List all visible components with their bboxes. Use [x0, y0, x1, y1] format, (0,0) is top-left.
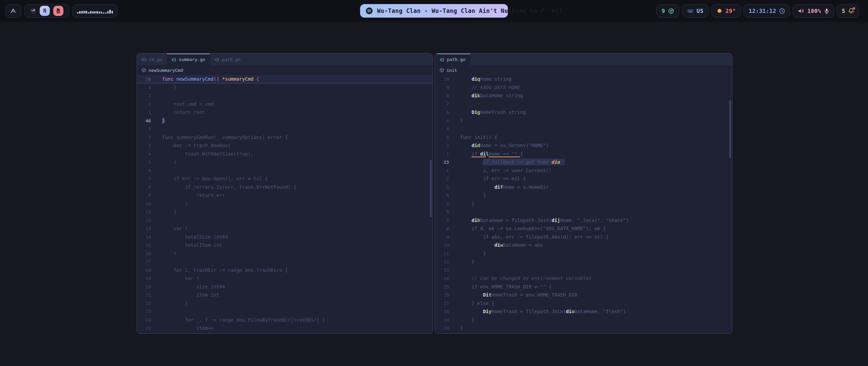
keyboard-layout-widget[interactable]: US — [682, 4, 709, 18]
scrollbar-right[interactable] — [729, 100, 731, 158]
line-number: 8 — [137, 183, 151, 192]
visualizer-bar — [107, 11, 108, 14]
code-line: 1 return root — [137, 108, 433, 117]
code-line: 3 — [137, 92, 433, 100]
arrow-up-icon — [10, 7, 17, 14]
visualizer-bar — [112, 11, 113, 14]
code-line: 10 diqHome string — [435, 75, 732, 83]
tab-path-go[interactable]: path.go — [210, 54, 245, 65]
editor-window-left: rm.go summary.go path.go — [137, 53, 433, 334]
code-line: 24 for _, f := range box.FilesByTrashDir… — [137, 316, 433, 324]
line-number: 13 — [137, 225, 151, 233]
code-line: 17 — [137, 258, 433, 266]
visualizer-bar — [90, 11, 91, 14]
code-line: 13 var ( — [137, 224, 433, 233]
scrollbar-left[interactable] — [430, 160, 432, 217]
tab-summary-go[interactable]: summary.go — [167, 54, 210, 65]
line-number: 24 — [137, 316, 151, 325]
visualizer-bar — [77, 12, 78, 14]
code-line: 21 item int — [137, 291, 433, 299]
code-line: 17 } else { — [435, 299, 732, 308]
line-number: 3 — [137, 142, 151, 150]
line-number: 26 — [137, 75, 151, 84]
now-playing-widget[interactable]: Wu-Tang Clan - Wu-Tang Clan Ain't Nuthin… — [360, 4, 508, 18]
code-line: 16 ) — [137, 249, 433, 258]
launcher-button[interactable] — [5, 4, 21, 18]
status-group: 9 US — [656, 0, 859, 22]
go-file-icon — [142, 57, 146, 62]
visualizer-bar — [92, 11, 94, 14]
volume-level: 100% — [807, 8, 821, 14]
code-line: 20} — [435, 324, 732, 332]
microphone-icon — [824, 8, 829, 14]
notifications-widget[interactable]: 5 — [837, 4, 859, 18]
visualizer-bar — [85, 11, 87, 14]
line-number: 16 — [137, 250, 151, 258]
line-number: 12 — [137, 216, 151, 225]
line-number: 14 — [137, 233, 151, 242]
line-number: 1 — [435, 167, 449, 175]
line-number: 18 — [435, 308, 449, 316]
line-number: 5 — [137, 158, 151, 167]
line-number: 20 — [137, 283, 151, 291]
visualizer-bar — [83, 11, 85, 14]
line-number: 46 — [137, 117, 151, 125]
line-number: 11 — [137, 208, 151, 217]
symbol-cube-icon — [439, 68, 444, 73]
code-line: 25 item++ — [137, 324, 433, 332]
code-line: 19 } — [435, 316, 732, 324]
tab-bar-right: path.go — [435, 54, 732, 65]
code-line: 4 } — [435, 191, 732, 200]
line-number: 11 — [435, 250, 449, 258]
line-number: 10 — [435, 241, 449, 250]
code-line: 13 — [435, 266, 732, 274]
audio-visualizer — [73, 4, 117, 18]
code-line: 1 if dilHome == "" { — [435, 150, 732, 158]
code-line: 19 var ( — [137, 274, 433, 283]
go-file-icon — [172, 57, 176, 62]
line-number: 17 — [137, 258, 151, 266]
clock-widget[interactable]: 12:31:12 — [744, 4, 790, 18]
tab-rm-go[interactable]: rm.go — [137, 54, 167, 65]
code-line: 2func summaryCmdRun(_ summaryOptions) er… — [137, 133, 433, 142]
top-bar: N Wu-Tang Clan - Wu-Tang Clan Ain't Nuth… — [0, 0, 868, 22]
visualizer-bar — [96, 11, 98, 14]
code-line: 2 if err == nil { — [435, 175, 732, 183]
code-line: 3func init() { — [435, 133, 732, 142]
clock-icon — [779, 8, 785, 14]
code-line: 4 trash.WithGetSize(true), — [137, 150, 433, 158]
breadcrumb: init — [435, 65, 732, 75]
line-number: 19 — [137, 274, 151, 283]
visualizer-bar — [94, 11, 96, 14]
audio-widget[interactable]: 100% — [793, 4, 834, 18]
neovim-icon[interactable]: N — [40, 6, 50, 16]
breadcrumb-symbol: init — [447, 68, 457, 73]
code-line: 9 if abs, err := filepath.Abs(d); err ==… — [435, 233, 732, 241]
line-number: 8 — [435, 92, 449, 100]
code-line: 8 dikDataHome string — [435, 92, 732, 100]
code-line: 2 didHome = os.Getenv("HOME") — [435, 141, 732, 150]
code-line: 7 if err := box.Open(); err ≠ nil { — [137, 175, 433, 183]
weather-widget[interactable]: 29° — [711, 4, 741, 18]
document-icon[interactable] — [53, 6, 63, 16]
code-line: 8 if !errors.Is(err, trash.ErrNotFound) … — [137, 183, 433, 191]
updates-widget[interactable]: 9 — [656, 4, 679, 18]
code-line: 12 } — [435, 258, 732, 266]
line-number: 7 — [435, 217, 449, 225]
visualizer-bar — [99, 12, 100, 14]
tab-path-go[interactable]: path.go — [435, 54, 470, 65]
line-number: 13 — [435, 266, 449, 274]
code-area-right[interactable]: 10 diqHome string9 // $XDG_DATA_HOME8 di… — [435, 75, 732, 332]
notification-dot — [853, 7, 855, 9]
line-number: 5 — [435, 117, 449, 125]
code-area-left[interactable]: 26func newSummaryCmd() *summaryCmd {4 }3… — [137, 75, 433, 332]
editor-window-right: path.go init 10 diqHome string9 // $XDG_… — [435, 53, 732, 334]
line-number: 1 — [137, 108, 151, 117]
code-line: 11 } — [137, 208, 433, 216]
browser-globe-icon[interactable] — [30, 8, 36, 14]
line-number: 2 — [137, 100, 151, 109]
code-line: 5 } — [435, 200, 732, 208]
code-line: 15 if env.HOME_TRASH_DIR ≠ "" { — [435, 283, 732, 291]
code-line: 15 totalItem int — [137, 241, 433, 249]
code-line: 6 DigHomeTrash string — [435, 108, 732, 117]
